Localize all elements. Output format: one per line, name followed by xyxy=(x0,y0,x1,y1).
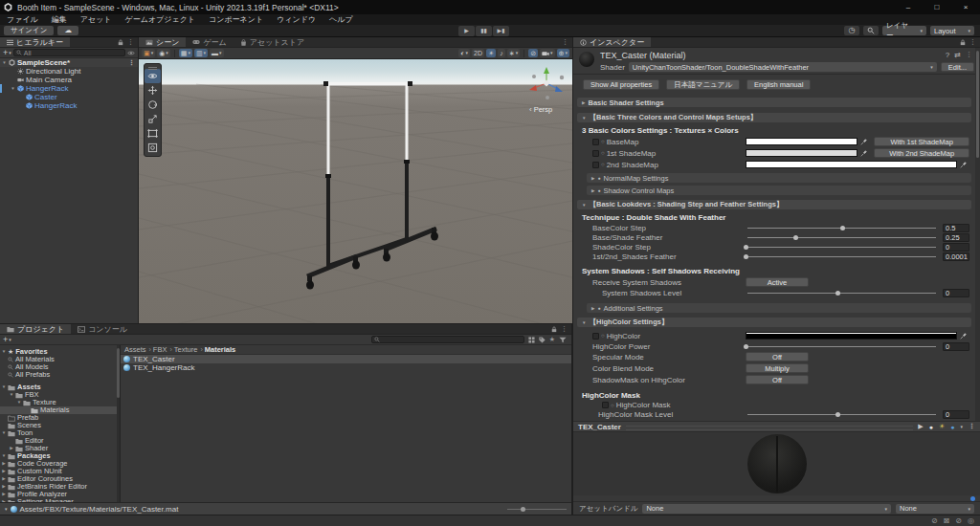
kebab-menu-icon[interactable]: ⋮ xyxy=(128,58,138,67)
kebab-menu-icon[interactable]: ⋮ xyxy=(127,38,134,46)
hierarchy-row-directional-light[interactable]: Directional Light xyxy=(0,67,138,76)
projection-label[interactable]: ‹ Persp xyxy=(529,105,552,114)
tab-console[interactable]: コンソール xyxy=(71,324,134,334)
cloud-button[interactable]: ☁ xyxy=(57,26,78,35)
layers-dropdown[interactable]: レイヤー▾ xyxy=(882,26,926,35)
search-everything-button[interactable] xyxy=(863,26,879,35)
tree-row-assets[interactable]: ▼ Assets xyxy=(0,384,120,391)
collapse-icon[interactable]: ▾ xyxy=(5,506,8,512)
second-shademap-texture-slot[interactable] xyxy=(592,162,599,168)
progress-status-icon[interactable]: ◎ xyxy=(968,516,974,525)
audio-toggle[interactable]: ♪ xyxy=(498,49,505,57)
foldout-arrow-icon[interactable]: ▼ xyxy=(15,399,23,406)
snap-settings-dropdown[interactable]: ▥▾ xyxy=(194,49,208,57)
favorite-search-icon[interactable]: ★ xyxy=(549,336,555,343)
hierarchy-row-scene[interactable]: ▼ SampleScene* ⋮ xyxy=(0,58,138,67)
orientation-gizmo[interactable] xyxy=(524,64,568,104)
menu-help[interactable]: ヘルプ xyxy=(323,14,360,25)
highcolor-power-value[interactable]: 0 xyxy=(943,342,969,351)
eyedropper-icon[interactable] xyxy=(960,333,967,340)
tab-hierarchy[interactable]: ヒエラルキー xyxy=(0,37,70,47)
foldout-additional-settings[interactable]: ▶ ● Additional Settings xyxy=(587,303,971,313)
shader-dropdown[interactable]: UnityChanToonShader/Toon_DoubleShadeWith… xyxy=(629,62,937,72)
shadecolor-step-value[interactable]: 0 xyxy=(943,243,969,252)
collab-status-icon[interactable]: ⊘ xyxy=(955,516,962,525)
with-1st-shademap-button[interactable]: With 1st ShadeMap xyxy=(874,137,969,146)
foldout-arrow-icon[interactable]: ▼ xyxy=(9,84,17,93)
shades-feather-slider[interactable] xyxy=(746,251,938,262)
menu-component[interactable]: コンポーネント xyxy=(202,14,270,25)
japanese-manual-button[interactable]: 日本語マニュアル xyxy=(666,79,740,90)
tool-handle-pivot-dropdown[interactable]: ▣▾ xyxy=(142,49,155,57)
foldout-arrow-icon[interactable]: ▼ xyxy=(0,429,8,437)
lock-icon[interactable] xyxy=(960,39,966,46)
preview-header[interactable]: TEX_Caster ▶ ● ☀ ● ▾ ⋮ xyxy=(573,421,980,432)
hierarchy-row-main-camera[interactable]: Main Camera xyxy=(0,76,138,84)
thumbnail-size-slider[interactable] xyxy=(507,503,567,515)
receive-system-shadows-button[interactable]: Active xyxy=(746,277,809,287)
kebab-menu-icon[interactable]: ⋮ xyxy=(561,325,568,333)
highcolor-swatch[interactable] xyxy=(746,332,957,340)
play-button[interactable]: ▶ xyxy=(458,26,475,36)
foldout-arrow-icon[interactable]: ▶ xyxy=(0,468,8,475)
undo-history-button[interactable]: ◷ xyxy=(844,26,859,35)
foldout-arrow-icon[interactable]: ▼ xyxy=(0,348,8,356)
hierarchy-row-hangerrack-child[interactable]: HangerRack xyxy=(0,101,138,110)
base-shade-feather-value[interactable]: 0.25 xyxy=(943,233,969,242)
effects-dropdown[interactable]: ∗▾ xyxy=(507,49,520,57)
hierarchy-search-input[interactable]: All xyxy=(13,49,125,56)
foldout-shadow-control-maps[interactable]: ▶ ● Shadow Control Maps xyxy=(587,186,971,195)
hierarchy-row-hangerrack[interactable]: ▼ HangerRack xyxy=(0,84,138,93)
foldout-arrow-icon[interactable]: ▼ xyxy=(0,384,8,391)
tab-scene[interactable]: シーン xyxy=(139,37,186,47)
shadowmask-on-highcolor-button[interactable]: Off xyxy=(746,375,809,384)
signin-button[interactable]: サインイン xyxy=(4,26,54,35)
english-manual-button[interactable]: English manual xyxy=(746,79,811,90)
color-blend-mode-button[interactable]: Multiply xyxy=(746,363,809,373)
pause-button[interactable]: ▮▮ xyxy=(476,26,492,36)
system-shadows-level-slider[interactable] xyxy=(746,287,938,298)
search-by-label-icon[interactable] xyxy=(539,337,546,343)
create-asset-button[interactable]: +▾ xyxy=(3,336,11,344)
2d-toggle[interactable]: 2D xyxy=(472,49,484,57)
close-button[interactable]: × xyxy=(951,0,980,14)
rect-tool-button[interactable] xyxy=(145,126,161,141)
create-button[interactable]: +▾ xyxy=(3,49,11,57)
foldout-arrow-icon[interactable]: ▶ xyxy=(0,460,8,468)
highcolor-mask-texture-slot[interactable] xyxy=(602,402,609,408)
kebab-menu-icon[interactable]: ⋮ xyxy=(969,38,976,46)
scene-visibility-icon[interactable] xyxy=(127,50,135,56)
tab-game[interactable]: ゲーム xyxy=(186,37,233,47)
layout-dropdown[interactable]: Layout▾ xyxy=(930,26,974,35)
preview-play-icon[interactable]: ▶ xyxy=(918,423,923,430)
breadcrumb-texture[interactable]: Texture xyxy=(174,345,203,354)
second-shademap-color-swatch[interactable] xyxy=(746,161,957,168)
basemap-color-swatch[interactable] xyxy=(746,138,858,145)
gizmos-toggle[interactable]: ⊕▾ xyxy=(557,49,569,57)
camera-settings-dropdown[interactable]: ▾ xyxy=(540,49,555,57)
shades-feather-value[interactable]: 0.0001 xyxy=(943,252,969,261)
highcolor-mask-level-slider[interactable] xyxy=(746,408,938,420)
file-row-tex-caster[interactable]: TEX_Caster xyxy=(121,355,571,363)
lock-icon[interactable] xyxy=(551,326,557,333)
tree-row-fbx[interactable]: ▼ FBX xyxy=(0,391,120,399)
system-shadows-level-value[interactable]: 0 xyxy=(943,289,969,297)
show-all-properties-button[interactable]: Show All properties xyxy=(583,79,659,90)
lock-icon[interactable] xyxy=(118,39,123,46)
minimize-button[interactable]: – xyxy=(894,0,923,14)
foldout-arrow-icon[interactable]: ▶ xyxy=(8,445,15,452)
breadcrumb-materials[interactable]: Materials xyxy=(205,345,236,354)
highcolor-mask-level-value[interactable]: 0 xyxy=(943,410,969,419)
tree-scrollbar[interactable] xyxy=(117,345,120,502)
first-shademap-texture-slot[interactable] xyxy=(592,150,599,157)
foldout-basic-lookdevs[interactable]: ▼ 【Basic Lookdevs : Shading Step and Fea… xyxy=(577,200,971,209)
chevron-down-icon[interactable]: ▾ xyxy=(960,424,963,429)
grid-visibility-dropdown[interactable]: ▦▾ xyxy=(179,49,192,57)
with-2nd-shademap-button[interactable]: With 2nd ShadeMap xyxy=(874,148,969,158)
basecolor-step-value[interactable]: 0.5 xyxy=(943,224,969,232)
eyedropper-icon[interactable] xyxy=(960,162,967,168)
move-tool-button[interactable] xyxy=(145,83,161,98)
foldout-arrow-icon[interactable]: ▼ xyxy=(8,391,15,399)
label-tag-icon[interactable] xyxy=(970,496,975,501)
import-status-icon[interactable]: ⊠ xyxy=(944,516,950,525)
